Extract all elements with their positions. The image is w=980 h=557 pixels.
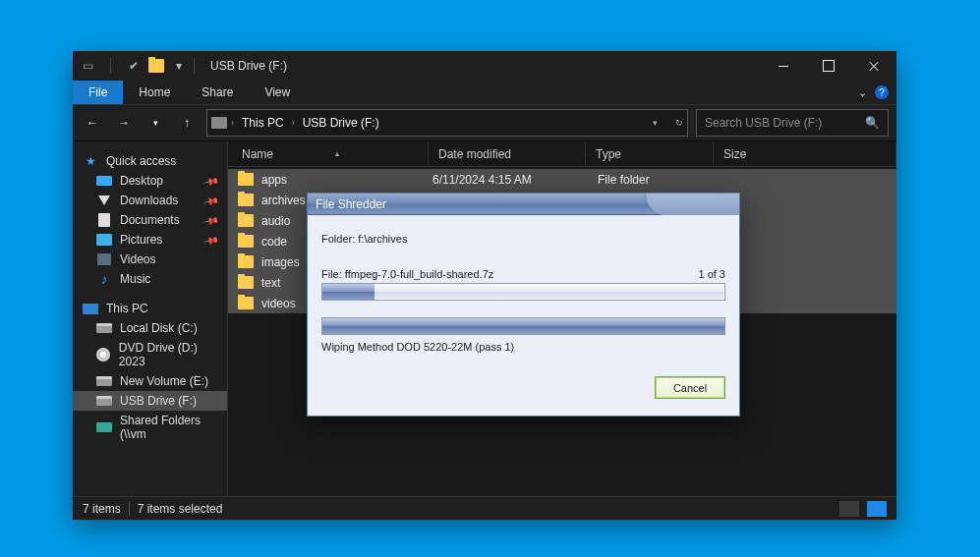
close-button[interactable]: [851, 51, 896, 81]
back-button[interactable]: ←: [81, 111, 104, 135]
folder-icon: [238, 276, 254, 289]
folder-icon: [238, 173, 254, 186]
column-date[interactable]: Date modified: [429, 141, 586, 167]
search-icon: 🔍: [865, 116, 880, 130]
explorer-icon: ▭: [81, 59, 94, 73]
dvd-icon: [96, 348, 111, 362]
document-icon: [96, 213, 112, 227]
tab-home[interactable]: Home: [123, 81, 186, 104]
row-name: text: [261, 276, 280, 290]
desktop-icon: [96, 176, 112, 186]
row-type: File folder: [598, 173, 725, 187]
minimize-button[interactable]: [761, 51, 806, 81]
sidebar-item-music[interactable]: ♪Music: [73, 269, 227, 289]
file-count: 1 of 3: [698, 268, 725, 280]
sidebar-item-documents[interactable]: Documents📌: [73, 210, 227, 230]
folder-icon: [238, 297, 254, 309]
help-icon[interactable]: ?: [875, 85, 889, 99]
column-name[interactable]: Name: [232, 141, 429, 167]
sidebar-label: Quick access: [106, 154, 176, 168]
sidebar-label: This PC: [106, 302, 148, 315]
folder-icon: [238, 255, 254, 268]
sidebar-item-local-disk[interactable]: Local Disk (C:): [73, 318, 227, 338]
download-icon: [96, 194, 112, 207]
sidebar-quick-access[interactable]: ★ Quick access: [73, 151, 227, 171]
file-progress-bar: [321, 283, 725, 301]
table-row[interactable]: apps6/11/2024 4:15 AMFile folder: [228, 169, 896, 190]
address-bar: ← → ▾ ↑ › This PC › USB Drive (F:) ▾ ↻ S…: [73, 104, 896, 141]
window-title: USB Drive (F:): [210, 59, 287, 73]
row-name: apps: [261, 173, 287, 187]
sidebar-item-desktop[interactable]: Desktop📌: [73, 171, 227, 191]
status-items: 7 items: [83, 502, 121, 516]
recent-dropdown-icon[interactable]: ▾: [144, 111, 167, 135]
sidebar-item-dvd[interactable]: DVD Drive (D:) 2023: [73, 338, 227, 371]
status-selected: 7 items selected: [138, 502, 223, 516]
ribbon-expand-icon[interactable]: ⌄: [858, 86, 867, 99]
pin-icon: 📌: [203, 212, 219, 228]
folder-label: Folder: f:\archives: [321, 233, 725, 245]
sidebar-item-usb-drive[interactable]: USB Drive (F:): [73, 391, 227, 411]
row-name: images: [261, 255, 300, 269]
tab-share[interactable]: Share: [186, 81, 249, 104]
dialog-tab-decoration: [645, 193, 739, 215]
row-name: code: [261, 235, 287, 249]
tab-view[interactable]: View: [249, 81, 306, 104]
row-name: archives: [261, 194, 306, 207]
view-icons-button[interactable]: [867, 501, 887, 517]
drive-icon: [96, 374, 112, 388]
qat-dropdown-icon[interactable]: ▾: [172, 59, 186, 73]
dialog-title-bar[interactable]: File Shredder: [308, 194, 739, 215]
up-button[interactable]: ↑: [175, 111, 199, 135]
sidebar-this-pc[interactable]: This PC: [73, 299, 227, 318]
chevron-right-icon[interactable]: ›: [292, 118, 295, 128]
ribbon-tabs: File Home Share View ⌄ ?: [73, 81, 896, 104]
chevron-right-icon[interactable]: ›: [231, 118, 234, 128]
drive-icon: [211, 117, 227, 129]
tab-file[interactable]: File: [73, 81, 123, 104]
column-size[interactable]: Size: [714, 141, 896, 167]
sidebar-item-shared[interactable]: Shared Folders (\\vm: [73, 411, 227, 444]
pin-icon: 📌: [203, 232, 219, 248]
qat-sep: [110, 58, 111, 74]
address-box[interactable]: › This PC › USB Drive (F:) ▾ ↻: [206, 109, 688, 137]
pin-icon: 📌: [203, 193, 219, 208]
music-icon: ♪: [96, 272, 112, 286]
new-folder-icon[interactable]: [148, 59, 164, 73]
folder-icon: [238, 194, 254, 206]
breadcrumb-this-pc[interactable]: This PC: [238, 116, 288, 130]
title-bar: ▭ ✔ ▾ USB Drive (F:): [73, 51, 896, 81]
properties-icon[interactable]: ✔: [127, 59, 141, 73]
column-headers: Name Date modified Type Size: [228, 141, 896, 167]
pc-icon: [83, 302, 98, 315]
drive-icon: [96, 321, 112, 335]
drive-icon: [96, 394, 112, 408]
pictures-icon: [96, 233, 112, 247]
sidebar-item-pictures[interactable]: Pictures📌: [73, 230, 227, 250]
view-details-button[interactable]: [839, 501, 859, 517]
forward-button[interactable]: →: [112, 111, 136, 135]
cancel-button[interactable]: Cancel: [655, 376, 725, 399]
maximize-button[interactable]: [806, 51, 851, 81]
nav-pane: ★ Quick access Desktop📌 Downloads📌 Docum…: [73, 141, 228, 496]
row-name: videos: [261, 297, 296, 310]
sidebar-item-downloads[interactable]: Downloads📌: [73, 191, 227, 210]
videos-icon: [96, 252, 112, 266]
pin-icon: 📌: [203, 173, 219, 189]
title-sep: [194, 58, 195, 74]
sidebar-item-videos[interactable]: Videos: [73, 250, 227, 269]
file-label: File: ffmpeg-7.0-full_build-shared.7z: [321, 268, 493, 280]
wiping-method: Wiping Method DOD 5220-22M (pass 1): [321, 341, 725, 353]
breadcrumb-current[interactable]: USB Drive (F:): [299, 116, 383, 130]
sidebar-item-new-volume[interactable]: New Volume (E:): [73, 371, 227, 391]
refresh-icon[interactable]: ↻: [675, 118, 683, 128]
search-placeholder: Search USB Drive (F:): [705, 116, 822, 130]
star-icon: ★: [83, 154, 98, 168]
column-type[interactable]: Type: [586, 141, 714, 167]
qat: ▭ ✔ ▾: [81, 58, 186, 74]
address-dropdown-icon[interactable]: ▾: [653, 118, 658, 128]
file-shredder-dialog: File Shredder Folder: f:\archives File: …: [307, 193, 740, 417]
overall-progress-bar: [321, 317, 725, 335]
search-input[interactable]: Search USB Drive (F:) 🔍: [696, 109, 889, 137]
row-name: audio: [261, 214, 290, 228]
